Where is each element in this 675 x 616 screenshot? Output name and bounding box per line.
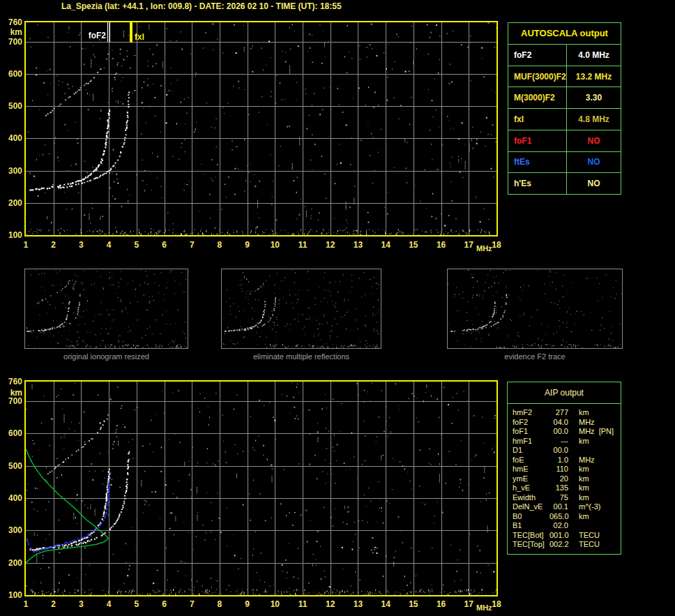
bottom-x-tick-16: 16 (433, 599, 450, 609)
autoscala-row-label: h'Es (508, 173, 567, 194)
aip-row-TEC[Bot]: TEC[Bot]001.0TECU (513, 531, 621, 541)
station-title: La_Spezia (lat: +44.1 , lon: 009.8) - DA… (61, 1, 342, 11)
aip-row-B0: B0065.0km (513, 512, 621, 522)
aip-row-hmE: hmE110km (513, 465, 621, 474)
aip-row-unit: MHz (579, 418, 595, 428)
bottom-x-tick-8: 8 (211, 599, 228, 609)
aip-row-value: 065.0 (549, 512, 568, 522)
top-x-tick-7: 7 (183, 240, 200, 250)
bottom-y-tick-100: 100 (1, 590, 22, 600)
top-y-tick-700: 700 (1, 37, 22, 47)
bottom-x-tick-1: 1 (17, 599, 34, 609)
bottom-x-tick-4: 4 (100, 599, 117, 609)
aip-row-label: DelN_vE (513, 502, 549, 512)
top-y-tick-200: 200 (1, 198, 22, 208)
bottom-ionogram-canvas (26, 382, 496, 595)
bottom-x-tick-2: 2 (45, 599, 62, 609)
aip-row-unit: m^(-3) (579, 502, 600, 512)
bottom-x-tick-12: 12 (322, 599, 339, 609)
aip-table-header: AIP output (508, 382, 621, 404)
bottom-y-tick-700: 700 (1, 396, 22, 406)
aip-row-foF1: foF100.0MHz [PN] (513, 427, 621, 437)
bottom-x-tick-9: 9 (239, 599, 256, 609)
autoscala-row-label: foF2 (508, 45, 567, 66)
fxI-marker-label: fxI (135, 33, 144, 42)
autoscala-row-label: MUF(3000)F2 (508, 66, 567, 87)
top-x-tick-2: 2 (45, 240, 62, 250)
aip-row-value: 75 (549, 493, 568, 503)
aip-row-ymE: ymE20km (513, 474, 621, 484)
aip-row-value: 001.0 (549, 531, 568, 541)
aip-row-unit: km (579, 493, 589, 503)
autoscala-row-value: NO (567, 130, 621, 151)
bottom-y-tick-600: 600 (1, 428, 22, 438)
autoscala-row-value: 4.8 MHz (567, 109, 621, 130)
bottom-y-tick-760: 760 (1, 377, 22, 386)
thumbnail-original-ionogram (24, 269, 188, 349)
aip-row-label: h_vE (513, 483, 549, 493)
aip-row-label: TEC[Top] (513, 540, 549, 550)
aip-row-value: 002.2 (549, 540, 568, 550)
bottom-x-tick-5: 5 (128, 599, 145, 609)
autoscala-row-value: NO (567, 173, 621, 194)
top-x-tick-12: 12 (322, 240, 339, 250)
top-y-axis-unit: km (1, 27, 22, 37)
autoscala-row-value: 13.2 MHz (567, 66, 621, 87)
aip-output-table: AIP output hmF2277kmfoF204.0MHzfoF100.0M… (507, 382, 621, 555)
bottom-x-tick-7: 7 (183, 599, 200, 609)
aip-row-label: hmF2 (513, 408, 549, 418)
autoscala-row-foF2: foF24.0 MHz (508, 45, 621, 66)
aip-row-label: foF1 (513, 427, 549, 437)
bottom-y-tick-300: 300 (1, 525, 22, 535)
top-ionogram-canvas (26, 22, 496, 235)
bottom-x-tick-18: 18 (488, 599, 505, 609)
autoscala-row-MUF(3000)F2: MUF(3000)F213.2 MHz (508, 66, 621, 88)
aip-row-foE: foE1.0MHz (513, 456, 621, 465)
aip-row-label: hmE (513, 465, 549, 474)
aip-row-value: 00.0 (549, 446, 568, 456)
thumbnail-eliminate-reflections (221, 269, 381, 349)
autoscala-row-label: fxI (508, 109, 567, 130)
autoscala-row-ftEs: ftEsNO (508, 152, 621, 174)
top-x-tick-6: 6 (156, 240, 173, 250)
thumbnail-evidence-f2 (447, 269, 623, 349)
autoscala-row-foF1: foF1NO (508, 130, 621, 152)
bottom-x-tick-10: 10 (266, 599, 283, 609)
aip-row-value: 00.1 (549, 502, 568, 512)
aip-row-unit: MHz (579, 456, 595, 465)
bottom-y-tick-400: 400 (1, 493, 22, 503)
top-ionogram-plot (24, 21, 498, 236)
aip-row-value: --- (549, 437, 568, 446)
aip-row-value: 110 (549, 465, 568, 474)
autoscala-window: { "title": "La_Spezia (lat: +44.1 , lon:… (0, 0, 675, 616)
top-x-tick-4: 4 (100, 240, 117, 250)
bottom-x-tick-3: 3 (73, 599, 89, 609)
autoscala-row-M(3000)F2: M(3000)F23.30 (508, 87, 621, 109)
top-x-tick-11: 11 (294, 240, 311, 250)
top-x-tick-14: 14 (377, 240, 394, 250)
aip-row-DelN_vE: DelN_vE00.1m^(-3) (513, 502, 621, 512)
top-x-tick-8: 8 (211, 240, 228, 250)
aip-row-D1: D100.0 (513, 446, 621, 456)
top-x-tick-13: 13 (349, 240, 366, 250)
aip-row-value: 00.0 (549, 427, 568, 437)
bottom-x-tick-17: 17 (460, 599, 477, 609)
top-x-tick-10: 10 (266, 240, 283, 250)
aip-row-label: TEC[Bot] (513, 531, 549, 541)
aip-row-label: B1 (513, 521, 549, 531)
aip-row-B1: B102.0 (513, 521, 621, 531)
aip-row-value: 135 (549, 483, 568, 493)
thumbnail-evidence-canvas (448, 269, 622, 348)
aip-row-label: Ewidth (513, 493, 549, 503)
autoscala-row-fxI: fxI4.8 MHz (508, 109, 621, 130)
autoscala-output-table: AUTOSCALA output foF24.0 MHzMUF(3000)F21… (508, 22, 621, 195)
top-y-tick-300: 300 (1, 166, 22, 176)
thumbnail-original-canvas (25, 269, 188, 348)
bottom-ionogram-plot (24, 380, 498, 596)
top-x-tick-17: 17 (460, 240, 477, 250)
aip-table-rows: hmF2277kmfoF204.0MHzfoF100.0MHz [PN]hmF1… (508, 404, 621, 550)
aip-row-value: 02.0 (549, 521, 568, 531)
aip-row-value: 277 (549, 408, 568, 418)
autoscala-table-header: AUTOSCALA output (508, 23, 621, 45)
aip-row-unit: km (579, 437, 589, 446)
